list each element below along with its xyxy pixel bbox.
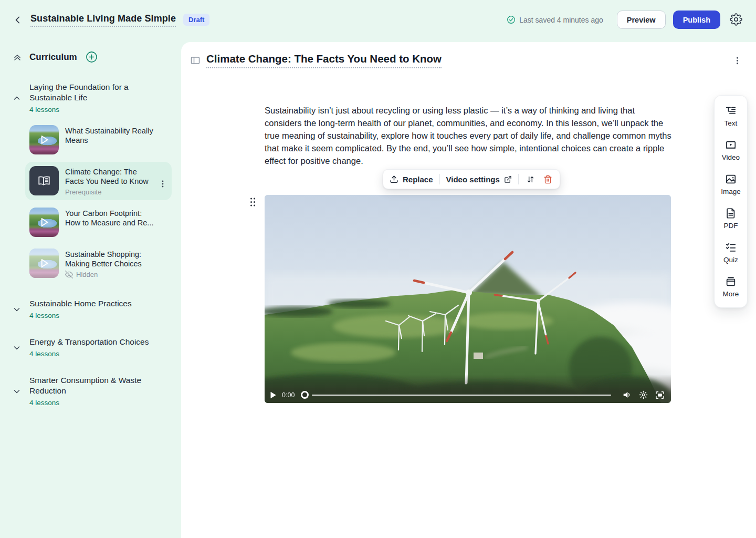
lesson-list: What Sustainability Really Means Climate… <box>13 121 172 283</box>
palette-image-button[interactable]: Image <box>715 173 747 195</box>
chevron-down-icon[interactable] <box>13 375 29 407</box>
fullscreen-icon[interactable] <box>655 391 665 399</box>
curriculum-section: Laying the Foundation for a Sustainable … <box>13 82 172 283</box>
section-title: Laying the Foundation for a Sustainable … <box>29 82 151 103</box>
toolbar-divider <box>439 174 440 184</box>
quality-gear-icon[interactable] <box>639 390 648 399</box>
eye-off-icon <box>65 271 73 278</box>
lesson-title: Climate Change: The Facts You Need to Kn… <box>65 167 153 186</box>
section-lesson-count: 4 lessons <box>29 106 151 113</box>
lesson-menu-kebab-icon[interactable] <box>159 180 166 188</box>
scrubber-knob[interactable] <box>301 391 309 399</box>
curriculum-title: Curriculum <box>29 52 77 63</box>
section-title: Energy & Transportation Choices <box>29 337 149 347</box>
upload-icon <box>390 175 398 184</box>
status-badge: Draft <box>183 14 209 26</box>
palette-quiz-button[interactable]: Quiz <box>715 242 747 264</box>
lesson-subtitle: Prerequisite <box>65 188 167 196</box>
collapse-all-icon[interactable] <box>13 53 22 62</box>
video-control-bar: 0:00 <box>265 375 671 403</box>
pdf-file-icon <box>725 208 737 219</box>
section-lesson-count: 4 lessons <box>29 312 132 319</box>
drag-handle-icon[interactable] <box>249 197 256 207</box>
lesson-item-hidden[interactable]: Sustainable Shopping: Making Better Choi… <box>25 244 172 283</box>
add-section-button[interactable] <box>86 51 98 63</box>
curriculum-section: Sustainable Home Practices 4 lessons <box>13 298 172 319</box>
lesson-item-selected[interactable]: Climate Change: The Facts You Need to Kn… <box>25 162 172 200</box>
palette-text-button[interactable]: Text <box>715 105 747 127</box>
lesson-video-thumbnail <box>29 125 59 154</box>
section-header[interactable]: Laying the Foundation for a Sustainable … <box>13 82 172 113</box>
lesson-page-title[interactable]: Climate Change: The Facts You Need to Kn… <box>206 53 442 68</box>
play-outline-icon <box>29 208 59 237</box>
video-settings-button[interactable]: Video settings <box>446 175 512 184</box>
curriculum-sidebar: Curriculum Laying the Foundation for a S… <box>0 39 181 538</box>
chevron-down-icon[interactable] <box>13 298 29 319</box>
last-saved-text: Last saved 4 minutes ago <box>519 16 603 24</box>
lesson-video-thumbnail <box>29 208 59 237</box>
quiz-checklist-icon <box>725 242 737 253</box>
lesson-menu-kebab-icon[interactable] <box>731 54 743 67</box>
section-header[interactable]: Smarter Consumption & Waste Reduction 4 … <box>13 375 172 407</box>
topbar-actions: Last saved 4 minutes ago Preview Publish <box>507 11 743 29</box>
settings-gear-icon[interactable] <box>730 13 743 27</box>
sidebar-toggle-icon[interactable] <box>190 55 201 66</box>
lesson-hidden-status: Hidden <box>65 271 167 278</box>
video-current-time: 0:00 <box>282 391 295 399</box>
progress-track[interactable] <box>312 395 611 396</box>
lesson-item[interactable]: What Sustainability Really Means <box>25 121 172 159</box>
play-button[interactable] <box>270 391 277 399</box>
lesson-reading-thumbnail <box>29 166 59 195</box>
play-outline-icon <box>29 249 59 278</box>
toolbar-divider <box>518 174 519 184</box>
lesson-header: Climate Change: The Facts You Need to Kn… <box>190 53 743 68</box>
lesson-title: What Sustainability Really Means <box>65 126 167 145</box>
check-circle-icon <box>507 15 516 24</box>
lesson-editor-canvas: Climate Change: The Facts You Need to Kn… <box>181 42 756 538</box>
video-still-wind-turbines <box>265 195 671 403</box>
lesson-item[interactable]: Your Carbon Footprint: How to Measure an… <box>25 203 172 241</box>
chevron-up-icon[interactable] <box>13 82 29 113</box>
section-title: Sustainable Home Practices <box>29 298 132 309</box>
video-icon <box>725 139 737 151</box>
video-block-toolbar: Replace Video settings <box>383 169 560 189</box>
palette-more-button[interactable]: More <box>715 276 747 298</box>
publish-button[interactable]: Publish <box>673 11 720 29</box>
palette-pdf-button[interactable]: PDF <box>715 208 747 230</box>
lesson-title: Sustainable Shopping: Making Better Choi… <box>65 250 160 268</box>
palette-video-button[interactable]: Video <box>715 139 747 161</box>
video-player[interactable]: 0:00 <box>265 195 671 403</box>
replace-button[interactable]: Replace <box>390 175 433 184</box>
section-lesson-count: 4 lessons <box>29 399 151 407</box>
play-outline-icon <box>29 125 59 154</box>
section-header[interactable]: Energy & Transportation Choices 4 lesson… <box>13 337 172 358</box>
lesson-title: Your Carbon Footprint: How to Measure an… <box>65 209 154 227</box>
text-icon <box>725 105 737 117</box>
more-blocks-icon <box>725 276 737 287</box>
image-icon <box>725 173 737 185</box>
section-title: Smarter Consumption & Waste Reduction <box>29 375 151 396</box>
preview-button[interactable]: Preview <box>617 11 666 29</box>
section-lesson-count: 4 lessons <box>29 350 149 358</box>
lesson-video-thumbnail <box>29 249 59 278</box>
top-bar: Sustainable Living Made Simple Draft Las… <box>0 0 756 39</box>
lesson-body-text[interactable]: Sustainability isn’t just about recyclin… <box>265 104 673 167</box>
external-link-icon <box>504 175 512 183</box>
book-open-icon <box>37 174 51 188</box>
course-title[interactable]: Sustainable Living Made Simple <box>30 13 176 27</box>
curriculum-header: Curriculum <box>13 51 172 63</box>
chevron-down-icon[interactable] <box>13 337 29 358</box>
curriculum-section: Smarter Consumption & Waste Reduction 4 … <box>13 375 172 407</box>
volume-icon[interactable] <box>623 391 632 399</box>
back-button[interactable] <box>12 14 24 26</box>
curriculum-section: Energy & Transportation Choices 4 lesson… <box>13 337 172 358</box>
move-block-icon[interactable] <box>525 174 536 185</box>
section-header[interactable]: Sustainable Home Practices 4 lessons <box>13 298 172 319</box>
block-palette: Text Video Image PDF Quiz <box>714 95 748 308</box>
save-status: Last saved 4 minutes ago <box>507 15 603 24</box>
delete-block-icon[interactable] <box>542 174 553 185</box>
